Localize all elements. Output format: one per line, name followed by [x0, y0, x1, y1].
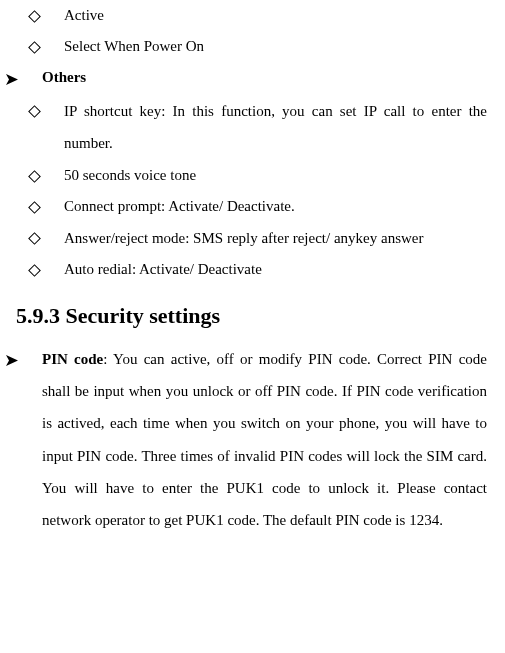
svg-marker-1: [6, 355, 18, 366]
pin-paragraph: PIN code: You can active, off or modify …: [42, 343, 487, 537]
list-item: Answer/reject mode: SMS reply after reje…: [28, 222, 487, 254]
list-item: Active: [28, 0, 487, 31]
list-item: 50 seconds voice tone: [28, 160, 487, 191]
section-heading: 5.9.3 Security settings: [16, 303, 487, 329]
list-text: IP shortcut key: In this function, you c…: [64, 95, 487, 160]
pin-rest: : You can active, off or modify PIN code…: [42, 351, 487, 528]
list-item-others: Others: [6, 62, 487, 95]
arrow-right-icon: [6, 343, 42, 376]
list-item: Select When Power On: [28, 31, 487, 62]
list-text: 50 seconds voice tone: [64, 160, 487, 190]
list-item-pin: PIN code: You can active, off or modify …: [6, 343, 487, 537]
diamond-icon: [28, 191, 64, 222]
others-label: Others: [42, 62, 487, 92]
pin-lead: PIN code: [42, 351, 103, 367]
list-item: Auto redial: Activate/ Deactivate: [28, 254, 487, 285]
list-text: Answer/reject mode: SMS reply after reje…: [64, 222, 487, 254]
list-item: IP shortcut key: In this function, you c…: [28, 95, 487, 160]
list-text: Connect prompt: Activate/ Deactivate.: [64, 191, 487, 221]
list-text: Active: [64, 0, 487, 30]
diamond-icon: [28, 31, 64, 62]
list-text: Select When Power On: [64, 31, 487, 61]
svg-marker-0: [6, 74, 18, 85]
diamond-icon: [28, 95, 64, 126]
diamond-icon: [28, 160, 64, 191]
diamond-icon: [28, 222, 64, 253]
diamond-icon: [28, 0, 64, 31]
list-text: Auto redial: Activate/ Deactivate: [64, 254, 487, 284]
arrow-right-icon: [6, 62, 42, 95]
document-body: Active Select When Power On Others IP sh…: [0, 0, 487, 536]
diamond-icon: [28, 254, 64, 285]
list-item: Connect prompt: Activate/ Deactivate.: [28, 191, 487, 222]
